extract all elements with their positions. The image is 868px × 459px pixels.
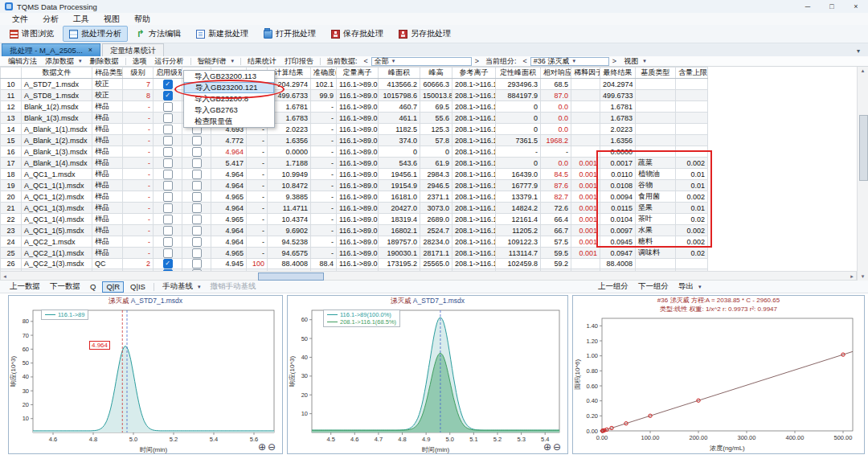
- menu-item-检查限量值[interactable]: 检查限量值: [184, 116, 274, 127]
- zoom-in-icon[interactable]: ⊕: [543, 441, 553, 453]
- checkbox[interactable]: [192, 226, 202, 236]
- table-row[interactable]: 17A_Blank_1(4).msdx样品-5.417-1.7188-116.1…: [1, 158, 708, 169]
- checkbox[interactable]: ✓: [163, 91, 173, 100]
- checkbox[interactable]: [163, 203, 173, 213]
- checkbox[interactable]: [192, 203, 202, 213]
- column-header-稀释因子[interactable]: 稀释因子: [571, 68, 600, 79]
- menubar-item-视图[interactable]: 视图: [96, 14, 127, 25]
- column-header-相对响应[interactable]: 相对响应: [541, 68, 571, 79]
- checkbox[interactable]: [163, 215, 173, 224]
- table-row[interactable]: 10A_STD7_1.msdx校正7✓204.2974102.1116.1->8…: [1, 79, 708, 90]
- checkbox[interactable]: ✓: [163, 80, 173, 89]
- scroll-left-icon[interactable]: ◂: [1, 273, 9, 280]
- toolbar-button-方法编辑[interactable]: 方法编辑: [130, 26, 187, 42]
- table-row[interactable]: 11A_STD8_1.msdx校正8✓499.673399.9116.1->89…: [1, 90, 708, 101]
- checkbox[interactable]: [163, 102, 173, 112]
- column-header-峰高[interactable]: 峰高: [420, 68, 452, 79]
- table-row[interactable]: 19A_QC1_1(1).msdx样品-4.964-10.8472-116.1-…: [1, 180, 708, 191]
- prev-component-button[interactable]: <: [520, 57, 530, 65]
- bottom-toolbar-button-上一数据[interactable]: 上一数据: [5, 281, 45, 292]
- table-row[interactable]: 14A_Blank_1(1).msdx样品-4.693-2.0223-116.1…: [1, 124, 708, 135]
- checkbox[interactable]: [192, 237, 202, 247]
- column-header-定性峰面积[interactable]: 定性峰面积: [496, 68, 541, 79]
- chromatogram-chart[interactable]: 4.64.85.05.25.45.61020304050607080时间(min…: [9, 305, 282, 453]
- scrollbar-thumb[interactable]: [258, 273, 324, 281]
- chevron-down-icon[interactable]: ▾: [857, 47, 860, 55]
- column-header-峰面积[interactable]: 峰面积: [379, 68, 420, 79]
- checkbox[interactable]: [192, 158, 202, 168]
- checkbox[interactable]: [163, 158, 173, 168]
- calibration-chart[interactable]: 0.00100.00200.00300.00400.00500.000.000.…: [573, 314, 864, 452]
- scroll-right-icon[interactable]: ▸: [848, 273, 856, 280]
- menu-item-导入GB23200.8[interactable]: 导入GB23200.8: [184, 93, 274, 105]
- toolbar2-button-编辑方法[interactable]: 编辑方法: [4, 56, 41, 67]
- chromatogram-chart[interactable]: 4.54.64.74.84.95.05.15.25.35.41020304050…: [288, 305, 567, 453]
- toolbar-button-打开批处理[interactable]: 打开批处理: [257, 26, 322, 42]
- checkbox[interactable]: [192, 215, 202, 224]
- bottom-toolbar-button-上一组分[interactable]: 上一组分: [593, 281, 633, 292]
- horizontal-scrollbar[interactable]: ◂ ▸: [0, 271, 857, 281]
- checkbox[interactable]: [192, 136, 202, 145]
- checkbox[interactable]: [163, 192, 173, 202]
- checkbox[interactable]: [192, 170, 202, 179]
- table-row[interactable]: 26A_QC2_1(3).msdxQC2✓4.94510088.400888.4…: [1, 259, 708, 269]
- table-row[interactable]: 12Blank_1(2).msdx样品-1.6781-116.1->89.046…: [1, 101, 708, 113]
- vertical-scrollbar[interactable]: ▴ ▾: [857, 67, 868, 281]
- toolbar2-button-选项[interactable]: 选项: [129, 56, 151, 67]
- checkbox[interactable]: [163, 113, 173, 123]
- column-header-样品类型[interactable]: 样品类型: [92, 68, 123, 79]
- table-row[interactable]: 21A_QC1_1(3).msdx样品-4.964-11.4711-116.1-…: [1, 203, 708, 214]
- toolbar2-button-结果统计[interactable]: 结果统计: [244, 56, 280, 67]
- toolbar2-button-删除数据[interactable]: 删除数据: [86, 56, 123, 67]
- bottom-toolbar-button-Q[interactable]: Q: [85, 282, 100, 291]
- table-row[interactable]: 22A_QC1_1(4).msdx样品-4.965-10.4374-116.1-…: [1, 214, 708, 225]
- scroll-down-icon[interactable]: ▾: [858, 273, 868, 280]
- column-header-最终结果[interactable]: 最终结果: [600, 68, 636, 79]
- bottom-toolbar-button-Q|R[interactable]: Q|R: [102, 281, 124, 293]
- table-row[interactable]: 15A_Blank_1(2).msdx样品-4.772-1.6356-116.1…: [1, 135, 708, 146]
- checkbox[interactable]: [163, 136, 173, 145]
- current-data-combo[interactable]: 全部 ▾: [371, 57, 472, 66]
- column-header-含量上限[interactable]: 含量上限: [676, 68, 708, 79]
- toolbar2-button-添加数据[interactable]: 添加数据▾: [41, 56, 86, 67]
- menubar-item-分析[interactable]: 分析: [35, 14, 66, 25]
- menubar-item-工具[interactable]: 工具: [66, 14, 96, 25]
- toolbar-button-保存批处理[interactable]: 保存批处理: [325, 26, 390, 42]
- menubar-item-帮助[interactable]: 帮助: [127, 14, 158, 25]
- table-row[interactable]: 16A_Blank_1(3).msdx样品-4.964-0.0000-116.1…: [1, 146, 708, 158]
- menu-item-导入GB23200.113[interactable]: 导入GB23200.113: [184, 71, 274, 82]
- column-header[interactable]: [1, 68, 22, 79]
- toolbar2-button-打印报告[interactable]: 打印报告: [280, 56, 317, 67]
- column-header-基质类型[interactable]: 基质类型: [636, 68, 676, 79]
- toolbar2-button-智能判谱[interactable]: 智能判谱▾: [194, 56, 239, 67]
- table-row[interactable]: 20A_QC1_1(2).msdx样品-4.965-9.3885-116.1->…: [1, 191, 708, 203]
- column-header-参考离子[interactable]: 参考离子: [452, 68, 496, 79]
- toolbar-button-新建批处理[interactable]: 新建批处理: [190, 26, 255, 42]
- table-row[interactable]: 23A_QC1_1(5).msdx样品-4.964-9.6902-116.1->…: [1, 225, 708, 236]
- checkbox[interactable]: ✓: [163, 259, 173, 268]
- menu-item-导入GB23200.121[interactable]: 导入GB23200.121: [184, 82, 274, 93]
- checkbox[interactable]: [192, 192, 202, 202]
- table-row[interactable]: 24A_QC2_1.msdx样品-4.964-94.5238-116.1->89…: [1, 236, 708, 248]
- toolbar-button-另存批处理[interactable]: 另存批处理: [392, 26, 457, 42]
- menu-item-导入GB2763[interactable]: 导入GB2763: [184, 105, 274, 116]
- column-header-准确度(%)[interactable]: 准确度(%): [311, 68, 337, 79]
- column-header-启用级别[interactable]: 启用级别: [154, 68, 182, 79]
- scroll-up-icon[interactable]: ▴: [858, 68, 868, 74]
- checkbox[interactable]: [163, 170, 173, 179]
- view-button[interactable]: 视图 ▾: [620, 56, 650, 67]
- bottom-toolbar-button-手动基线[interactable]: 手动基线▾: [158, 281, 206, 292]
- checkbox[interactable]: [163, 237, 173, 247]
- scrollbar-thumb[interactable]: [859, 115, 868, 181]
- close-icon[interactable]: ×: [844, 0, 868, 13]
- toolbar2-button-运行分析[interactable]: 运行分析: [151, 56, 188, 67]
- maximize-icon[interactable]: □: [820, 0, 844, 13]
- checkbox[interactable]: [163, 147, 173, 157]
- next-component-button[interactable]: >: [609, 57, 620, 65]
- column-header-定量离子[interactable]: 定量离子: [337, 68, 379, 79]
- current-component-combo[interactable]: #36 涕灭威 ▾: [530, 57, 609, 66]
- checkbox[interactable]: [163, 181, 173, 191]
- checkbox[interactable]: [163, 248, 173, 258]
- checkbox[interactable]: [192, 181, 202, 191]
- bottom-toolbar-button-Q|IS[interactable]: Q|IS: [125, 282, 150, 291]
